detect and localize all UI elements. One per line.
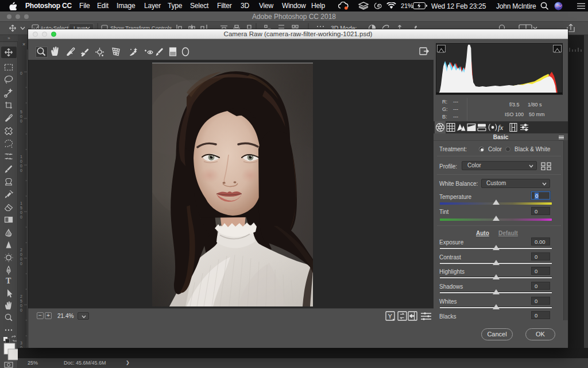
svg-text:2: 2 xyxy=(20,294,22,298)
svg-text:1: 1 xyxy=(20,201,22,205)
svg-text:T: T xyxy=(6,277,11,285)
svg-text:0: 0 xyxy=(20,159,22,163)
svg-text:0: 0 xyxy=(20,215,22,219)
svg-text:2: 2 xyxy=(20,248,22,252)
svg-text:5: 5 xyxy=(20,110,22,114)
svg-text:0: 0 xyxy=(20,252,22,256)
svg-text:0: 0 xyxy=(20,164,22,168)
svg-text:5: 5 xyxy=(20,299,22,303)
svg-text:3: 3 xyxy=(20,341,22,345)
svg-text:1: 1 xyxy=(20,155,22,159)
svg-text:0: 0 xyxy=(20,304,22,308)
svg-text:Y: Y xyxy=(388,313,393,320)
svg-text:0: 0 xyxy=(20,262,22,266)
svg-text:5: 5 xyxy=(20,206,22,210)
svg-text:0: 0 xyxy=(20,257,22,261)
svg-text:0: 0 xyxy=(20,210,22,214)
svg-text:0: 0 xyxy=(20,114,22,118)
svg-text:0: 0 xyxy=(20,71,22,75)
svg-text:0: 0 xyxy=(20,168,22,172)
svg-text:0: 0 xyxy=(20,308,22,312)
svg-text:fx: fx xyxy=(498,123,504,132)
svg-text:0: 0 xyxy=(20,119,22,123)
